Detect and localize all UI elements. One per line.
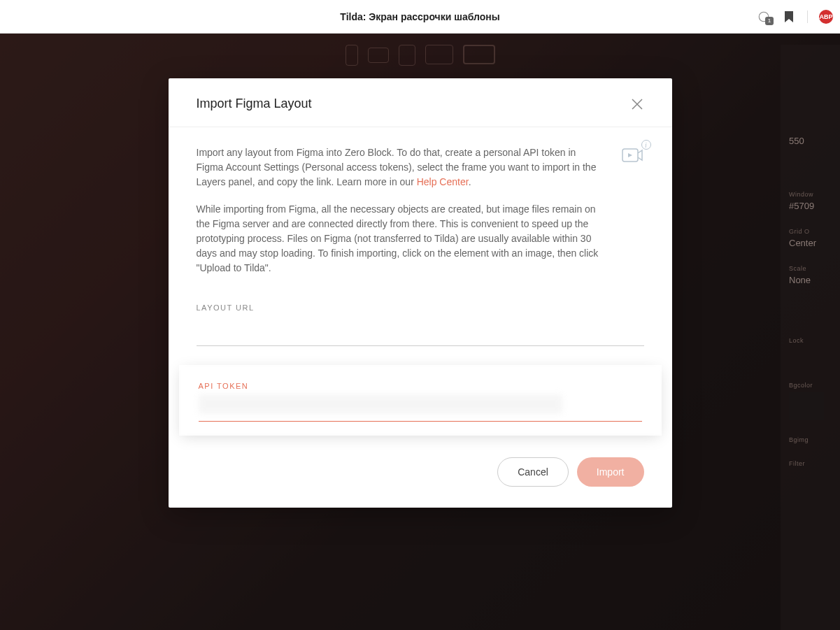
- api-token-input-blurred[interactable]: [199, 394, 562, 414]
- layout-url-field-group: LAYOUT URL: [197, 303, 644, 346]
- close-button[interactable]: [630, 97, 644, 111]
- cancel-button[interactable]: Cancel: [497, 457, 569, 487]
- api-token-field-group: API TOKEN: [181, 367, 660, 434]
- api-token-underline: [199, 421, 642, 422]
- help-center-link[interactable]: Help Center: [417, 176, 469, 187]
- paragraph1-post: .: [469, 176, 471, 187]
- modal-title: Import Figma Layout: [197, 96, 312, 111]
- video-tutorial-icon[interactable]: [622, 147, 644, 169]
- modal-paragraph-2: While importing from Figma, all the nece…: [197, 202, 602, 275]
- api-token-label: API TOKEN: [199, 382, 642, 390]
- import-figma-modal: Import Figma Layout i Import any layout …: [169, 78, 672, 508]
- info-icon[interactable]: i: [641, 140, 651, 150]
- paragraph1-pre: Import any layout from Figma into Zero B…: [197, 147, 597, 187]
- modal-body: i Import any layout from Figma into Zero…: [169, 127, 672, 441]
- modal-overlay: Import Figma Layout i Import any layout …: [0, 0, 840, 630]
- modal-footer: Cancel Import: [169, 441, 672, 508]
- modal-header: Import Figma Layout: [169, 78, 672, 127]
- import-button[interactable]: Import: [577, 457, 644, 487]
- modal-paragraph-1: Import any layout from Figma into Zero B…: [197, 145, 602, 189]
- layout-url-input[interactable]: [197, 316, 644, 346]
- layout-url-label: LAYOUT URL: [197, 303, 644, 312]
